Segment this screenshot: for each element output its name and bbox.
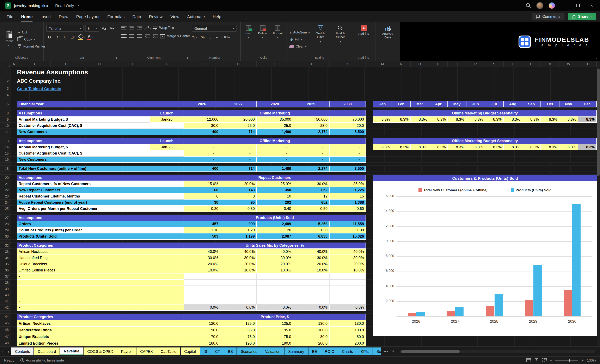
cell-r14[interactable] xyxy=(366,144,373,150)
cell-r14[interactable]: - xyxy=(220,144,257,150)
comma-style-button[interactable]: , xyxy=(207,34,214,40)
cell-r45[interactable]: 125.0 xyxy=(220,320,257,327)
cell-r45[interactable]: 130.0 xyxy=(293,320,329,327)
cell-r22[interactable]: 1,225 xyxy=(329,187,366,193)
cell-r23[interactable]: 8 xyxy=(220,193,257,200)
readonly-badge[interactable]: Read-Only xyxy=(55,3,74,8)
row-header-29[interactable]: 29 xyxy=(0,227,11,233)
cell-r8[interactable]: Launch xyxy=(150,110,184,117)
search-icon[interactable] xyxy=(525,3,531,8)
cell-r13[interactable]: Offline Marketing Budget Seasonality xyxy=(373,138,597,144)
cell-r6[interactable]: Aug xyxy=(504,101,522,107)
merge-center-button[interactable]: Merge & Center▾ xyxy=(160,34,193,39)
insert-cells-button[interactable]: Insert▾ xyxy=(243,25,254,54)
align-top-button[interactable] xyxy=(121,25,127,31)
cell-r34[interactable]: 30.0% xyxy=(293,255,329,261)
cell-r11[interactable]: 1,400 xyxy=(257,129,293,135)
cell-r42[interactable]: 0.0% xyxy=(329,304,366,311)
cell-r46[interactable]: Handcrafted Rings xyxy=(17,327,184,333)
paste-button[interactable]: Paste ▾ xyxy=(2,25,15,54)
cell-r36[interactable]: 10.0% xyxy=(220,267,257,273)
cell-r34[interactable]: 30.0% xyxy=(220,255,257,261)
accessibility-status[interactable]: Accessibility: Investigate xyxy=(20,358,64,362)
maximize-button[interactable] xyxy=(574,3,582,8)
copilot-icon[interactable] xyxy=(549,2,555,9)
cell-r14[interactable]: - xyxy=(257,144,293,150)
sheet-tab-capex[interactable]: CAPEX xyxy=(136,347,157,355)
cell-r9[interactable]: 12,000 xyxy=(184,117,220,123)
sheet-tab-kpis[interactable]: KPIs xyxy=(357,347,372,355)
cell-r47[interactable]: 70.0 xyxy=(184,333,220,340)
page-layout-view-icon[interactable] xyxy=(534,358,539,362)
cell-r35[interactable]: Unique Bracelets xyxy=(17,261,184,267)
zoom-in-button[interactable]: + xyxy=(581,358,584,362)
cell-r21[interactable]: 30.0% xyxy=(293,181,329,187)
cell-r21[interactable]: 15.0% xyxy=(184,181,220,187)
row-header-27[interactable]: 27 xyxy=(0,215,11,221)
menu-tab-file[interactable]: File xyxy=(7,11,13,22)
cell-r24[interactable]: 95 xyxy=(220,200,257,206)
cell-r16[interactable]: - xyxy=(220,157,257,163)
sheet-tab-so[interactable]: So xyxy=(373,347,381,355)
menu-tab-automate[interactable]: Automate xyxy=(187,11,205,22)
cell-r9[interactable]: 8.3% xyxy=(392,117,411,123)
format-painter-button[interactable]: Format Painter xyxy=(18,44,45,49)
cell-r42[interactable]: 0.0% xyxy=(220,304,257,311)
row-header-19[interactable] xyxy=(0,172,11,175)
cell-r35[interactable]: 20.0% xyxy=(220,261,257,267)
column-header-X[interactable]: X xyxy=(578,61,597,67)
delete-cells-button[interactable]: Delete▾ xyxy=(256,25,269,54)
row-header-30[interactable]: 30 xyxy=(0,233,11,240)
cell-r8[interactable] xyxy=(366,110,373,117)
cell-r20[interactable]: Repeat Customers xyxy=(184,175,366,181)
normal-view-icon[interactable] xyxy=(526,358,531,362)
cell-r48[interactable]: Limited Edition Pieces xyxy=(17,340,184,346)
cell-r22[interactable]: 60 xyxy=(184,187,220,193)
increase-decimal-button[interactable]: ←.0 xyxy=(216,34,222,40)
align-bottom-button[interactable] xyxy=(136,25,143,31)
align-middle-button[interactable] xyxy=(129,25,135,31)
cell-r9[interactable]: 35,000 xyxy=(257,117,293,123)
column-header-G[interactable]: G xyxy=(184,61,220,67)
row-header-4[interactable]: 4 xyxy=(0,92,11,98)
zoom-out-button[interactable]: – xyxy=(550,358,552,362)
menu-tab-draw[interactable]: Draw xyxy=(59,11,68,22)
menu-tab-insert[interactable]: Insert xyxy=(40,11,51,22)
format-cells-button[interactable]: Format▾ xyxy=(271,25,284,54)
close-button[interactable]: × xyxy=(588,3,596,8)
sheet-tab-is[interactable]: IS xyxy=(200,347,211,355)
row-header-23[interactable]: 23 xyxy=(0,193,11,200)
cell-r14[interactable]: 8.3% xyxy=(504,144,522,150)
percent-style-button[interactable]: % xyxy=(200,34,206,40)
row-header-44[interactable]: 44 xyxy=(0,314,11,320)
column-header-L[interactable]: L xyxy=(366,61,373,67)
cell-r44[interactable]: Product Price, $ xyxy=(184,314,366,320)
cell-r46[interactable]: 100.0 xyxy=(329,327,366,333)
column-header-M[interactable]: M xyxy=(373,61,392,67)
row-header-6[interactable]: 6 xyxy=(0,101,11,107)
cell-r9[interactable]: 8.3% xyxy=(522,117,541,123)
sheet-tab-payroll[interactable]: Payroll xyxy=(117,347,136,355)
cell-r18[interactable]: 714 xyxy=(220,166,257,172)
cell-r35[interactable]: 20.0% xyxy=(184,261,220,267)
cell-r8[interactable]: Assumptions xyxy=(17,110,150,117)
cell-r36[interactable]: 10.0% xyxy=(293,267,329,273)
cell-r27[interactable]: Assumptions xyxy=(17,215,184,221)
column-header-W[interactable]: W xyxy=(560,61,578,67)
cell-r18[interactable]: 400 xyxy=(184,166,220,172)
cell-r25[interactable]: 0.30 xyxy=(220,206,257,212)
decrease-decimal-button[interactable]: .00→ xyxy=(223,34,231,40)
cell-r6[interactable] xyxy=(366,101,373,107)
row-header-31[interactable] xyxy=(0,240,11,243)
increase-indent-button[interactable] xyxy=(152,33,158,39)
orientation-button[interactable]: ▾ xyxy=(144,25,151,31)
cell-r14[interactable]: 8.3% xyxy=(392,144,411,150)
sort-filter-button[interactable]: Sort & Filter▾ xyxy=(312,25,329,54)
cell-r18[interactable]: 2,174 xyxy=(293,166,329,172)
cell-r10[interactable]: 28.0 xyxy=(220,123,257,129)
row-header-3[interactable]: 3 xyxy=(0,85,11,92)
cell-r46[interactable]: 90.0 xyxy=(184,327,220,333)
cell-r8[interactable]: Online Marketing Budget Seasonality xyxy=(373,110,597,117)
row-header-11[interactable]: 11 xyxy=(0,129,11,135)
cell-r27[interactable]: Products (Units) Sold xyxy=(184,215,366,221)
